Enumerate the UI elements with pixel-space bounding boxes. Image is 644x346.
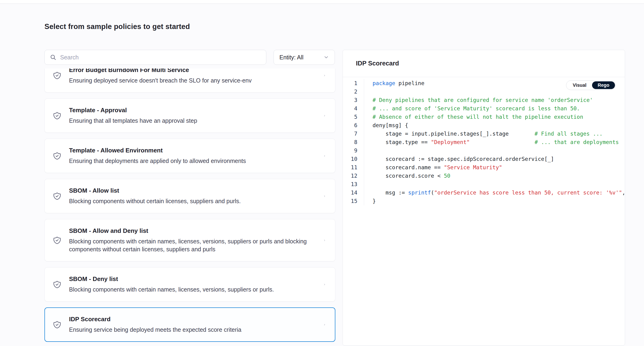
- code-viewer: Visual Rego 1package pipeline23# Deny pi…: [343, 77, 625, 205]
- rego-toggle-button[interactable]: Rego: [592, 81, 615, 89]
- chevron-right-icon: [319, 112, 326, 119]
- code-line: 15}: [343, 197, 625, 205]
- chevron-right-icon: [319, 281, 326, 288]
- policy-shield-check-icon: [53, 192, 62, 201]
- code-editor[interactable]: 1package pipeline23# Deny pipelines that…: [343, 79, 625, 205]
- policy-title: SBOM - Allow and Deny list: [69, 227, 319, 235]
- code-line: 12 scorecard.score < 50: [343, 172, 625, 180]
- line-number: 12: [343, 173, 364, 179]
- policy-title: Error Budget Burndown For Multi Service: [69, 68, 252, 74]
- policy-title: IDP Scorecard: [69, 316, 242, 323]
- policy-card[interactable]: Error Budget Burndown For Multi Service …: [44, 68, 335, 93]
- view-mode-toggle: Visual Rego: [566, 80, 616, 90]
- policy-title: SBOM - Allow list: [69, 187, 241, 194]
- code-line: 6deny[msg] {: [343, 121, 625, 129]
- policy-description: Ensuring that all templates have an appr…: [69, 117, 197, 125]
- policy-description: Ensuring service being deployed meets th…: [69, 326, 242, 334]
- code-line: 5# Absence of either of these will not h…: [343, 113, 625, 121]
- line-number: 6: [343, 122, 364, 128]
- policy-toolbar: Entity: All: [44, 50, 335, 65]
- policy-description: Blocking components with certain names, …: [69, 237, 319, 253]
- policy-card[interactable]: SBOM - Allow and Deny list Blocking comp…: [44, 219, 335, 261]
- visual-toggle-button[interactable]: Visual: [567, 81, 592, 89]
- chevron-right-icon: [319, 193, 326, 200]
- entity-filter-dropdown[interactable]: Entity: All: [274, 50, 335, 65]
- line-number: 8: [343, 139, 364, 145]
- policy-card[interactable]: SBOM - Allow list Blocking components wi…: [44, 179, 335, 213]
- policy-list: Error Budget Burndown For Multi Service …: [44, 68, 335, 346]
- search-icon: [50, 54, 56, 60]
- policy-description: Ensuring that deployments are applied on…: [69, 157, 246, 165]
- code-line: 14 msg := sprintf("orderService has scor…: [343, 188, 625, 197]
- line-number: 14: [343, 190, 364, 196]
- line-number: 2: [343, 89, 364, 95]
- policy-description: Blocking components without certain lice…: [69, 197, 241, 205]
- preview-header: IDP Scorecard: [343, 50, 625, 77]
- code-line: 11 scorecard.name == "Service Maturity": [343, 163, 625, 172]
- code-line: 4# ... and score of 'Service Maturity' s…: [343, 104, 625, 113]
- policy-shield-check-icon: [53, 320, 62, 329]
- top-bar: [0, 0, 644, 4]
- policy-title: Template - Allowed Environment: [69, 147, 246, 154]
- policy-title: SBOM - Deny list: [69, 275, 274, 283]
- search-box[interactable]: [44, 50, 266, 65]
- line-number: 3: [343, 97, 364, 103]
- code-line: 9: [343, 146, 625, 155]
- chevron-right-icon: [319, 152, 326, 159]
- policy-card[interactable]: SBOM - Deny list Blocking components wit…: [44, 267, 335, 302]
- policy-card[interactable]: Template - Allowed Environment Ensuring …: [44, 139, 335, 173]
- code-line: 13: [343, 180, 625, 188]
- policy-shield-check-icon: [53, 280, 62, 289]
- line-number: 9: [343, 147, 364, 154]
- line-number: 5: [343, 114, 364, 120]
- search-input[interactable]: [60, 54, 261, 61]
- line-number: 1: [343, 80, 364, 86]
- line-number: 10: [343, 156, 364, 162]
- line-number: 7: [343, 131, 364, 137]
- policy-shield-check-icon: [53, 111, 62, 120]
- policy-description: Ensuring deployed service doesn't breach…: [69, 76, 252, 84]
- preview-title: IDP Scorecard: [356, 60, 399, 67]
- chevron-right-icon: [319, 72, 326, 79]
- policy-shield-check-icon: [53, 71, 62, 80]
- policy-title: Template - Approval: [69, 107, 197, 114]
- line-number: 13: [343, 181, 364, 187]
- code-line: 7 stage = input.pipeline.stages[_].stage…: [343, 129, 625, 138]
- chevron-right-icon: [319, 321, 326, 328]
- policy-description: Blocking components with certain names, …: [69, 286, 274, 293]
- policy-card[interactable]: Template - Approval Ensuring that all te…: [44, 98, 335, 133]
- chevron-right-icon: [319, 237, 326, 244]
- line-number: 11: [343, 164, 364, 170]
- page-title: Select from sample policies to get start…: [44, 22, 190, 31]
- policy-card[interactable]: IDP Scorecard Ensuring service being dep…: [44, 308, 335, 342]
- entity-filter-value: Entity: All: [280, 54, 304, 61]
- chevron-down-icon: [324, 54, 329, 60]
- line-number: 4: [343, 105, 364, 111]
- code-line: 10 scorecard := stage.spec.idpScorecard.…: [343, 155, 625, 163]
- line-number: 15: [343, 198, 364, 204]
- policy-shield-check-icon: [53, 151, 62, 160]
- code-line: 3# Deny pipelines that are configured fo…: [343, 96, 625, 104]
- code-line: 8 stage.type == "Deployment" # ... that …: [343, 138, 625, 146]
- policy-preview-panel: IDP Scorecard Visual Rego 1package pipel…: [342, 50, 625, 346]
- policy-shield-check-icon: [53, 236, 62, 245]
